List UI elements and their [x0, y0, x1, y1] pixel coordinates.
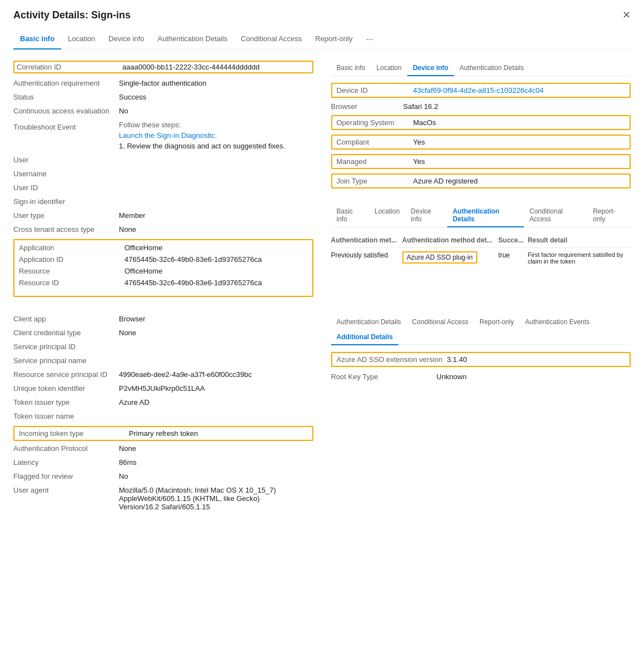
tab-location[interactable]: Location	[61, 30, 102, 49]
compliant-label: Compliant	[337, 138, 409, 146]
additional-tabs: Authentication Details Conditional Acces…	[331, 315, 631, 345]
device-tabs: Basic info Location Device info Authenti…	[331, 61, 631, 76]
add-tab-auth-details[interactable]: Authentication Details	[331, 315, 407, 330]
token-issuer-name-label: Token issuer name	[13, 412, 119, 420]
tab-basic-info[interactable]: Basic info	[13, 30, 61, 49]
resource-id-row: Resource ID 4765445b-32c6-49b0-83e6-1d93…	[19, 279, 308, 287]
device-tab-device-info[interactable]: Device info	[407, 61, 454, 76]
diagnostic-link[interactable]: Launch the Sign-in Diagnostic.	[119, 131, 217, 140]
resource-id-value: 4765445b-32c6-49b0-83e6-1d93765276ca	[124, 279, 262, 287]
user-id-row: User ID	[13, 183, 313, 192]
add-tab-additional-details[interactable]: Additional Details	[331, 330, 398, 345]
signin-id-label: Sign-in identifier	[13, 197, 119, 206]
tab-more-button[interactable]: ···	[359, 30, 380, 49]
dialog-title: Activity Details: Sign-ins	[13, 9, 131, 21]
tab-conditional-access[interactable]: Conditional Access	[234, 30, 308, 49]
user-type-label: User type	[13, 211, 119, 220]
auth-tab-location[interactable]: Location	[369, 204, 405, 227]
unique-token-label: Unique token identifier	[13, 384, 119, 393]
azure-sso-row: Azure AD SSO extension version 3.1.40	[331, 352, 631, 367]
os-row: Operating System MacOs	[331, 115, 631, 130]
close-button[interactable]: ✕	[622, 9, 631, 21]
incoming-token-row: Incoming token type Primary refresh toke…	[13, 426, 313, 441]
user-type-row: User type Member	[13, 211, 313, 220]
auth-tab-report-only[interactable]: Report-only	[587, 204, 631, 227]
cell-auth-method: Previously satisfied	[331, 248, 402, 269]
managed-value: Yes	[413, 157, 425, 166]
cae-value: No	[119, 107, 128, 115]
status-row: Status Success	[13, 93, 313, 101]
user-label: User	[13, 156, 119, 164]
root-key-row: Root Key Type Unknown	[331, 373, 631, 381]
join-type-label: Join Type	[337, 177, 409, 185]
auth-protocol-row: Authentication Protocol None	[13, 444, 313, 453]
tab-auth-details[interactable]: Authentication Details	[151, 30, 234, 49]
device-tab-location[interactable]: Location	[371, 61, 407, 76]
auth-protocol-value: None	[119, 444, 136, 453]
managed-row: Managed Yes	[331, 154, 631, 169]
auth-tab-conditional[interactable]: Conditional Access	[524, 204, 587, 227]
left-panel: Correlation ID aaaa0000-bb11-2222-33cc-4…	[13, 61, 313, 297]
client-cred-row: Client credential type None	[13, 329, 313, 337]
resource-sp-id-row: Resource service principal ID 4990eaeb-d…	[13, 370, 313, 379]
tab-device-info[interactable]: Device info	[102, 30, 151, 49]
bottom-section: Client app Browser Client credential typ…	[13, 315, 631, 517]
add-tab-conditional[interactable]: Conditional Access	[407, 315, 474, 330]
root-key-label: Root Key Type	[331, 373, 437, 381]
dialog-title-bar: Activity Details: Sign-ins ✕	[13, 9, 631, 21]
client-app-row: Client app Browser	[13, 315, 313, 323]
add-tab-auth-events[interactable]: Authentication Events	[520, 315, 595, 330]
device-id-row: Device ID 43cfaf69-0f94-4d2e-a815-c10322…	[331, 83, 631, 98]
device-tab-auth-details[interactable]: Authentication Details	[454, 61, 530, 76]
auth-tab-basic-info[interactable]: Basic info	[331, 204, 369, 227]
unique-token-row: Unique token identifier P2vMH5JUkiPkrp0c…	[13, 384, 313, 393]
incoming-token-label: Incoming token type	[19, 429, 124, 438]
tab-report-only[interactable]: Report-only	[308, 30, 359, 49]
incoming-token-value: Primary refresh token	[129, 429, 198, 438]
username-label: Username	[13, 170, 119, 178]
troubleshoot-content: Follow these steps: Launch the Sign-in D…	[119, 121, 285, 150]
device-tab-basic-info[interactable]: Basic info	[331, 61, 371, 76]
add-tab-report-only[interactable]: Report-only	[474, 315, 520, 330]
auth-tab-auth-details[interactable]: Authentication Details	[447, 204, 524, 227]
correlation-id-value: aaaa0000-bb11-2222-33cc-444444dddddd	[122, 63, 259, 71]
troubleshoot-step1: 1. Review the diagnosis and act on sugge…	[119, 142, 285, 150]
user-agent-label: User agent	[13, 486, 119, 494]
status-label: Status	[13, 93, 119, 101]
user-agent-row: User agent Mozilla/5.0 (Macintosh; Intel…	[13, 486, 313, 511]
device-id-label: Device ID	[337, 86, 409, 95]
resource-sp-id-value: 4990eaeb-dee2-4a9e-a37f-e60f00cc39bc	[119, 370, 252, 379]
auth-detail-tabs: Basic info Location Device info Authenti…	[331, 204, 631, 227]
auth-details-panel: Basic info Location Device info Authenti…	[331, 204, 631, 268]
correlation-id-label: Correlation ID	[17, 63, 122, 71]
application-row: Application OfficeHome	[19, 244, 308, 252]
token-issuer-type-row: Token issuer type Azure AD	[13, 398, 313, 406]
token-issuer-type-value: Azure AD	[119, 398, 149, 406]
auth-tab-device-info[interactable]: Device info	[405, 204, 447, 227]
application-label: Application	[19, 244, 124, 252]
cross-tenant-value: None	[119, 225, 136, 234]
token-issuer-name-row: Token issuer name	[13, 412, 313, 420]
table-row: Previously satisfied Azure AD SSO plug-i…	[331, 248, 631, 269]
user-row: User	[13, 156, 313, 164]
latency-value: 86ms	[119, 458, 137, 466]
status-value: Success	[119, 93, 146, 101]
auth-req-row: Authentication requirement Single-factor…	[13, 79, 313, 87]
app-id-value: 4765445b-32c6-49b0-83e6-1d93765276ca	[124, 255, 262, 264]
cell-auth-method-detail: Azure AD SSO plug-in	[402, 248, 498, 269]
cell-result-detail: First factor requirement satisfied by cl…	[528, 248, 631, 269]
browser-value: Safari 16.2	[403, 102, 438, 111]
resource-label: Resource	[19, 267, 124, 275]
latency-row: Latency 86ms	[13, 458, 313, 466]
device-info-panel: Basic info Location Device info Authenti…	[331, 61, 631, 188]
root-key-value: Unknown	[437, 373, 467, 381]
os-label: Operating System	[337, 118, 409, 127]
azure-sso-plugin-badge: Azure AD SSO plug-in	[402, 251, 477, 264]
managed-label: Managed	[337, 157, 409, 166]
troubleshoot-row: Troubleshoot Event Follow these steps: L…	[13, 121, 313, 150]
compliant-row: Compliant Yes	[331, 135, 631, 150]
client-app-label: Client app	[13, 315, 119, 323]
join-type-value: Azure AD registered	[413, 177, 478, 185]
sp-id-label: Service principal ID	[13, 343, 119, 351]
flagged-row: Flagged for review No	[13, 472, 313, 480]
